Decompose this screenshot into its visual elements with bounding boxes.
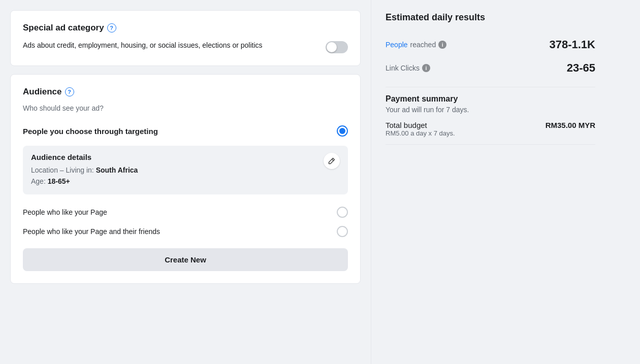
audience-details-age: Age: 18-65+ bbox=[31, 176, 138, 187]
audience-option-targeting[interactable]: People you choose through targeting bbox=[23, 121, 348, 141]
audience-option-page-friends-label: People who like your Page and their frie… bbox=[23, 227, 160, 236]
budget-label: Total budget bbox=[386, 121, 455, 129]
audience-option-page-likes[interactable]: People who like your Page bbox=[23, 203, 348, 222]
audience-option-page-likes-label: People who like your Page bbox=[23, 208, 107, 216]
audience-details-location: Location – Living in: South Africa bbox=[31, 164, 138, 176]
estimated-title: Estimated daily results bbox=[386, 12, 595, 23]
payment-divider bbox=[386, 144, 595, 145]
special-ad-title-text: Special ad category bbox=[23, 23, 104, 33]
special-ad-title: Special ad category ? bbox=[23, 23, 348, 33]
special-ad-toggle-row: Ads about credit, employment, housing, o… bbox=[23, 40, 348, 53]
link-clicks-value: 23-65 bbox=[567, 61, 595, 75]
budget-label-group: Total budget RM5.00 a day x 7 days. bbox=[386, 121, 455, 137]
audience-help-icon[interactable]: ? bbox=[65, 87, 74, 96]
people-reached-row: People reached i 378-1.1K bbox=[386, 33, 595, 56]
payment-description: Your ad will run for 7 days. bbox=[386, 106, 595, 114]
main-content: Special ad category ? Ads about credit, … bbox=[0, 0, 371, 364]
audience-age-prefix: Age: bbox=[31, 177, 46, 185]
audience-details-edit-button[interactable] bbox=[324, 153, 340, 169]
stats-divider bbox=[386, 87, 595, 87]
link-clicks-label: Link Clicks i bbox=[386, 64, 430, 72]
audience-location-value: South Africa bbox=[96, 166, 138, 174]
audience-title: Audience ? bbox=[23, 87, 348, 97]
create-new-button[interactable]: Create New bbox=[23, 248, 348, 271]
special-ad-help-icon[interactable]: ? bbox=[107, 23, 116, 32]
special-ad-description: Ads about credit, employment, housing, o… bbox=[23, 40, 263, 51]
people-word: People bbox=[386, 41, 408, 49]
right-sidebar: Estimated daily results People reached i… bbox=[371, 0, 610, 364]
special-ad-toggle[interactable] bbox=[326, 41, 348, 53]
people-reached-label: People reached i bbox=[386, 41, 446, 49]
audience-option-targeting-label: People you choose through targeting bbox=[23, 127, 158, 136]
audience-subtitle: Who should see your ad? bbox=[23, 104, 348, 112]
audience-card: Audience ? Who should see your ad? Peopl… bbox=[10, 74, 361, 284]
payment-title: Payment summary bbox=[386, 94, 595, 104]
reached-word: reached bbox=[410, 41, 436, 49]
link-clicks-info-icon[interactable]: i bbox=[422, 64, 430, 72]
audience-details-box: Audience details Location – Living in: S… bbox=[23, 146, 348, 194]
people-reached-info-icon[interactable]: i bbox=[438, 41, 446, 49]
link-clicks-row: Link Clicks i 23-65 bbox=[386, 56, 595, 80]
audience-details-title: Audience details bbox=[31, 153, 138, 161]
audience-title-text: Audience bbox=[23, 87, 62, 97]
special-ad-card: Special ad category ? Ads about credit, … bbox=[10, 10, 361, 66]
audience-age-value: 18-65+ bbox=[48, 177, 70, 185]
budget-value: RM35.00 MYR bbox=[546, 121, 595, 129]
audience-option-page-likes-radio[interactable] bbox=[337, 207, 348, 218]
audience-option-targeting-radio[interactable] bbox=[337, 125, 348, 137]
pencil-icon bbox=[328, 157, 335, 164]
audience-option-page-friends-radio[interactable] bbox=[337, 226, 348, 237]
total-budget-row: Total budget RM5.00 a day x 7 days. RM35… bbox=[386, 121, 595, 137]
audience-option-page-friends[interactable]: People who like your Page and their frie… bbox=[23, 222, 348, 241]
budget-sublabel: RM5.00 a day x 7 days. bbox=[386, 129, 455, 137]
people-reached-value: 378-1.1K bbox=[549, 38, 595, 51]
audience-location-prefix: Location – Living in: bbox=[31, 166, 94, 174]
link-clicks-text: Link Clicks bbox=[386, 64, 420, 72]
audience-details-content: Audience details Location – Living in: S… bbox=[31, 153, 138, 187]
